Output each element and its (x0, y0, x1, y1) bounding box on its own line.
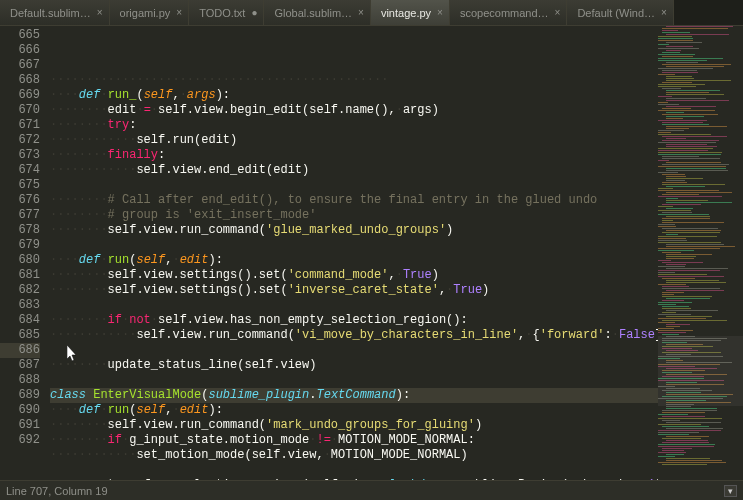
code-line[interactable]: ····def·run_(self,·args): (50, 88, 658, 103)
line-number-gutter: 6656666676686696706716726736746756766776… (0, 26, 50, 480)
line-number: 667 (0, 58, 40, 73)
code-line[interactable]: ········································… (50, 73, 658, 88)
mouse-cursor-icon (67, 345, 79, 363)
line-number: 692 (0, 433, 40, 448)
code-line[interactable]: ········finally: (50, 148, 658, 163)
code-line[interactable] (50, 238, 658, 253)
status-bar: Line 707, Column 19 ▾ (0, 480, 743, 500)
code-line[interactable]: ········# group is 'exit_insert_mode' (50, 208, 658, 223)
code-line[interactable]: ········self.view.run_command('mark_undo… (50, 418, 658, 433)
code-line[interactable]: ········if·g_input_state.motion_mode·!=·… (50, 433, 658, 448)
line-number: 670 (0, 103, 40, 118)
code-line[interactable]: ········update_status_line(self.view) (50, 358, 658, 373)
code-line[interactable]: ····def·run(self,·edit): (50, 403, 658, 418)
line-number: 691 (0, 418, 40, 433)
code-line[interactable]: ········self.view.settings().set('comman… (50, 268, 658, 283)
minimap[interactable] (658, 26, 743, 480)
editor-area: 6656666676686696706716726736746756766776… (0, 26, 743, 480)
line-number: 684 (0, 313, 40, 328)
line-number: 671 (0, 118, 40, 133)
code-line[interactable] (50, 373, 658, 388)
code-line[interactable]: ········try: (50, 118, 658, 133)
tab-label: TODO.txt (199, 7, 245, 19)
code-line[interactable] (50, 298, 658, 313)
tab[interactable]: origami.py× (110, 0, 190, 25)
line-number: 680 (0, 253, 40, 268)
line-number: 677 (0, 208, 40, 223)
tab[interactable]: scopecommand…× (450, 0, 568, 25)
tab-close-icon[interactable]: × (176, 8, 182, 18)
code-line[interactable] (50, 178, 658, 193)
line-number: 683 (0, 298, 40, 313)
line-number: 681 (0, 268, 40, 283)
line-number: 675 (0, 178, 40, 193)
tab-label: origami.py (120, 7, 171, 19)
line-number: 689 (0, 388, 40, 403)
status-dropdown-indicator[interactable]: ▾ (724, 485, 737, 497)
line-number: 690 (0, 403, 40, 418)
tab-bar: Default.sublim…×origami.py×TODO.txt●Glob… (0, 0, 743, 26)
line-number: 674 (0, 163, 40, 178)
tab-label: scopecommand… (460, 7, 549, 19)
code-line[interactable]: ············self.run(edit) (50, 133, 658, 148)
line-number: 669 (0, 88, 40, 103)
code-line[interactable] (50, 463, 658, 478)
line-number: 676 (0, 193, 40, 208)
minimap-viewport[interactable] (658, 336, 743, 406)
code-line[interactable]: ········transform_selection_regions(self… (50, 478, 658, 480)
code-line[interactable]: class·EnterVisualMode(sublime_plugin.Tex… (50, 388, 658, 403)
line-number: 688 (0, 373, 40, 388)
line-number: 666 (0, 43, 40, 58)
tab[interactable]: Default.sublim…× (0, 0, 110, 25)
line-number: 679 (0, 238, 40, 253)
tab-close-icon[interactable]: × (437, 8, 443, 18)
line-number: 678 (0, 223, 40, 238)
line-number: 668 (0, 73, 40, 88)
tab-close-icon[interactable]: × (555, 8, 561, 18)
tab[interactable]: Default (Wind…× (567, 0, 673, 25)
code-line[interactable]: ········if·not·self.view.has_non_empty_s… (50, 313, 658, 328)
line-number: 685 (0, 328, 40, 343)
tab[interactable]: TODO.txt● (189, 0, 264, 25)
code-line[interactable]: ····def·run(self,·edit): (50, 253, 658, 268)
tab-label: Default.sublim… (10, 7, 91, 19)
line-number: 686 (0, 343, 40, 358)
tab-close-icon[interactable]: × (358, 8, 364, 18)
tab-label: Global.sublim… (274, 7, 352, 19)
code-line[interactable]: ········# Call after end_edit(), to ensu… (50, 193, 658, 208)
tab-label: vintage.py (381, 7, 431, 19)
cursor-position-status: Line 707, Column 19 (6, 485, 108, 497)
tab-label: Default (Wind… (577, 7, 655, 19)
tab-close-icon[interactable]: × (97, 8, 103, 18)
line-number: 673 (0, 148, 40, 163)
tab-dirty-indicator[interactable]: ● (251, 8, 257, 18)
line-number: 665 (0, 28, 40, 43)
code-line[interactable]: ············self.view.run_command('vi_mo… (50, 328, 658, 343)
code-line[interactable] (50, 343, 658, 358)
code-line[interactable]: ············set_motion_mode(self.view,·M… (50, 448, 658, 463)
tab[interactable]: vintage.py× (371, 0, 450, 25)
tab[interactable]: Global.sublim…× (264, 0, 370, 25)
code-line[interactable]: ········edit·=·self.view.begin_edit(self… (50, 103, 658, 118)
line-number: 672 (0, 133, 40, 148)
code-line[interactable]: ········self.view.run_command('glue_mark… (50, 223, 658, 238)
code-line[interactable]: ············self.view.end_edit(edit) (50, 163, 658, 178)
line-number: 687 (0, 358, 40, 373)
code-line[interactable]: ········self.view.settings().set('invers… (50, 283, 658, 298)
line-number: 682 (0, 283, 40, 298)
tab-close-icon[interactable]: × (661, 8, 667, 18)
code-content[interactable]: ········································… (50, 26, 658, 480)
